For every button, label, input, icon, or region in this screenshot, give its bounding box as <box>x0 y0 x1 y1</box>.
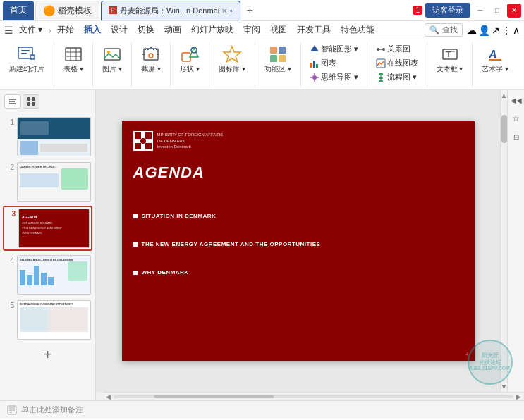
horizontal-scrollbar[interactable]: ◀ ▶ <box>103 392 524 400</box>
svg-rect-26 <box>310 63 312 68</box>
svg-point-35 <box>382 48 385 51</box>
svg-rect-53 <box>27 102 30 106</box>
shape-label: 形状 ▾ <box>180 64 200 74</box>
sidebar-collapse-button[interactable]: ◀◀ <box>509 93 523 107</box>
mindmap-button[interactable]: 思维导图 ▾ <box>307 70 361 84</box>
scroll-left-button[interactable]: ◀ <box>106 393 111 400</box>
svg-rect-52 <box>32 97 35 101</box>
screenshot-button[interactable]: 截屏 ▾ <box>138 42 164 76</box>
notes-placeholder[interactable]: 单击此处添加备注 <box>21 404 83 415</box>
tab-home-label: 首页 <box>10 4 27 16</box>
minimize-button[interactable]: ─ <box>473 4 487 18</box>
template-icon: 🟠 <box>43 5 55 16</box>
h-scroll-track <box>114 395 513 398</box>
menu-expand-icon[interactable]: ☰ <box>4 25 13 36</box>
title-bar-right: 1 访客登录 ─ □ ✕ <box>410 3 521 18</box>
ribbon: 新建幻灯片 表格 ▾ <box>0 39 524 90</box>
svg-marker-20 <box>224 47 240 62</box>
new-slide-button[interactable]: 新建幻灯片 <box>6 42 48 76</box>
collapse-ribbon-icon[interactable]: ∧ <box>513 25 520 36</box>
smart-shape-button[interactable]: 智能图形 ▾ <box>307 42 361 56</box>
close-button[interactable]: ✕ <box>507 4 521 18</box>
org-line3: Invest in Denmark <box>157 144 224 149</box>
outline-view-button[interactable] <box>4 94 21 109</box>
iconlib-button[interactable]: 图标库 ▾ <box>215 42 249 76</box>
menu-transition[interactable]: 切换 <box>133 23 159 37</box>
menu-animation[interactable]: 动画 <box>160 23 185 37</box>
menu-slideshow[interactable]: 幻灯片放映 <box>187 23 238 37</box>
textbox-icon: T <box>440 44 460 64</box>
arttext-button[interactable]: A 艺术字 ▾ <box>478 42 512 76</box>
iconlib-label: 图标库 ▾ <box>219 64 245 74</box>
notes-icon <box>7 405 17 415</box>
arttext-icon: A <box>485 44 505 64</box>
add-tab-button[interactable]: + <box>242 2 259 19</box>
thumbnail-view-button[interactable] <box>23 94 39 109</box>
menu-design[interactable]: 设计 <box>106 23 132 37</box>
layout-button[interactable]: ⊟ <box>509 130 523 144</box>
picture-button[interactable]: 图片 ▾ <box>99 42 126 76</box>
online-chart-button[interactable]: 在线图表 <box>373 56 421 70</box>
tab-close-icon[interactable]: ✕ <box>221 7 227 15</box>
relation-label: 关系图 <box>387 44 410 54</box>
menu-special[interactable]: 特色功能 <box>336 23 379 37</box>
ribbon-group-relation: 关系图 在线图表 流程图 ▾ <box>373 42 427 87</box>
menu-devtools[interactable]: 开发工具 <box>293 23 335 37</box>
scroll-thumb[interactable] <box>501 115 507 143</box>
notes-bar: 单击此处添加备注 <box>0 400 524 419</box>
slide-item-4[interactable]: 4 TALKING AND COMMITTEE DECISIONS <box>3 254 92 296</box>
menu-start[interactable]: 开始 <box>53 23 78 37</box>
table-label: 表格 ▾ <box>63 64 83 74</box>
tab-template[interactable]: 🟠 稻壳模板 <box>35 1 99 20</box>
tab-pin-icon[interactable]: • <box>230 7 233 15</box>
slide-item-3[interactable]: 3 AGENDA • SITUATION IN DENMARK • THE NE… <box>3 206 92 251</box>
vertical-scrollbar[interactable]: ▲ ▼ <box>500 90 507 392</box>
smart-shape-label: 智能图形 ▾ <box>321 44 358 54</box>
svg-text:T: T <box>446 51 451 58</box>
relation-button[interactable]: 关系图 <box>373 42 421 56</box>
chart-button[interactable]: 图表 <box>307 56 361 70</box>
slide-item-5[interactable]: 5 INTERNATIONAL FUNDS AND OPPORTUNITY <box>3 299 92 341</box>
visit-login-button[interactable]: 访客登录 <box>425 3 470 18</box>
breadcrumb-arrow: › <box>48 25 51 36</box>
textbox-button[interactable]: T 文本框 ▾ <box>433 42 467 76</box>
add-slide-button[interactable]: + <box>3 347 92 363</box>
share-icon[interactable]: ↗ <box>492 25 500 36</box>
ribbon-group-shape: 形状 ▾ <box>176 42 209 87</box>
doc-icon: 🅿 <box>109 6 117 16</box>
slide-logo-box <box>133 131 153 151</box>
user-icon[interactable]: 👤 <box>478 25 490 36</box>
slide-canvas-area[interactable]: MINISTRY OF FOREIGN AFFAIRS OF DENMARK I… <box>96 90 500 392</box>
slide-org-text: MINISTRY OF FOREIGN AFFAIRS OF DENMARK I… <box>157 132 224 149</box>
menu-insert[interactable]: 插入 <box>80 23 105 37</box>
svg-point-29 <box>312 75 317 80</box>
ribbon-group-new-slide: 新建幻灯片 <box>6 42 54 87</box>
search-icon: 🔍 <box>429 25 439 35</box>
flowchart-button[interactable]: 流程图 ▾ <box>373 70 421 84</box>
notification-badge[interactable]: 1 <box>413 6 422 15</box>
menu-view[interactable]: 视图 <box>266 23 291 37</box>
slide-item-2[interactable]: 2 DANISH POWER SECTOR... <box>3 161 92 203</box>
shape-button[interactable]: 形状 ▾ <box>176 42 203 76</box>
slide-canvas: MINISTRY OF FOREIGN AFFAIRS OF DENMARK I… <box>122 121 475 361</box>
table-button[interactable]: 表格 ▾ <box>60 42 87 76</box>
tab-document[interactable]: 🅿 丹麦能源局：Win...n Denmark ✕ • <box>101 1 240 20</box>
funcarea-label: 功能区 ▾ <box>264 64 291 74</box>
h-scroll-thumb[interactable] <box>154 395 274 398</box>
tab-home[interactable]: 首页 <box>3 1 34 20</box>
funcarea-button[interactable]: 功能区 ▾ <box>261 42 295 76</box>
svg-marker-25 <box>310 45 319 51</box>
search-box[interactable]: 🔍 查找 <box>425 23 463 37</box>
ribbon-group-iconlib: 图标库 ▾ <box>215 42 255 87</box>
slide-item-1[interactable]: 1 <box>3 116 92 158</box>
star-button[interactable]: ☆ <box>509 111 523 125</box>
maximize-button[interactable]: □ <box>490 4 504 18</box>
cloud-icon[interactable]: ☁ <box>467 25 477 36</box>
slide-num-4: 4 <box>4 257 14 264</box>
slide-thumb-2: DANISH POWER SECTOR... <box>17 162 91 202</box>
more-options-icon[interactable]: ⋮ <box>501 25 511 36</box>
menu-file[interactable]: 文件 ▾ <box>15 23 47 37</box>
scroll-right-button[interactable]: ▶ <box>516 393 521 400</box>
menu-review[interactable]: 审阅 <box>239 23 264 37</box>
table-icon <box>63 44 83 64</box>
